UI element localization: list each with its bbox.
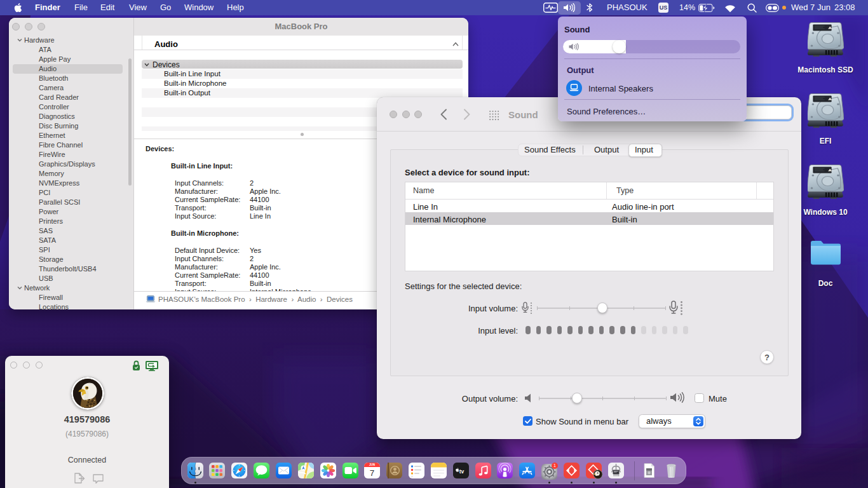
svg-text:tv: tv <box>459 468 464 475</box>
svg-text:JUN: JUN <box>369 463 376 466</box>
svg-text:7: 7 <box>370 468 375 478</box>
svg-text:1: 1 <box>553 463 556 468</box>
